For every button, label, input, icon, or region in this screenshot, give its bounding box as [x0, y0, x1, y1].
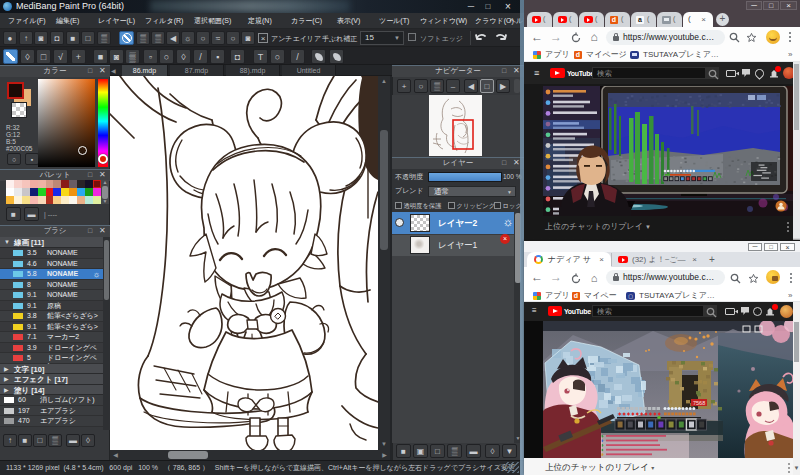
svg-text:7568: 7568 — [693, 400, 705, 406]
